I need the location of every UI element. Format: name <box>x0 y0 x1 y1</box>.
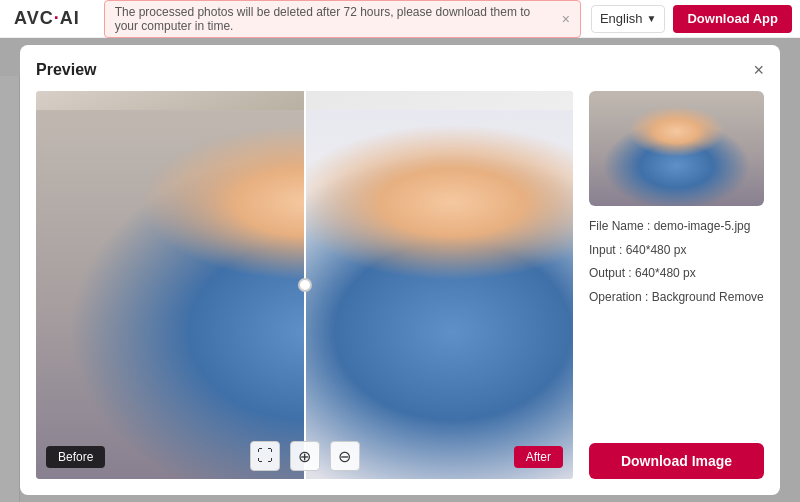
toolbar-icons: ⛶ ⊕ ⊖ <box>250 441 360 471</box>
language-selector[interactable]: English ▼ <box>591 5 666 33</box>
image-container <box>36 91 573 479</box>
download-app-button[interactable]: Download App <box>673 5 792 33</box>
woman-face-before <box>36 110 305 479</box>
fit-screen-icon: ⛶ <box>257 447 273 465</box>
image-preview-area: Before ⛶ ⊕ ⊖ After <box>36 91 573 479</box>
fit-screen-button[interactable]: ⛶ <box>250 441 280 471</box>
after-label: After <box>514 446 563 468</box>
woman-face-after <box>305 110 574 479</box>
after-image <box>305 91 574 479</box>
output-size-label: Output : 640*480 px <box>589 263 764 285</box>
chevron-down-icon: ▼ <box>647 13 657 24</box>
operation-label: Operation : Background Remove <box>589 287 764 309</box>
preview-toolbar: Before ⛶ ⊕ ⊖ After <box>36 435 573 479</box>
zoom-in-icon: ⊕ <box>298 447 311 466</box>
top-bar: AVC·AI The processed photos will be dele… <box>0 0 800 38</box>
right-panel: File Name : demo-image-5.jpg Input : 640… <box>589 91 764 479</box>
modal-header: Preview × <box>36 61 764 79</box>
modal-close-button[interactable]: × <box>753 61 764 79</box>
modal-overlay: Preview × <box>0 38 800 502</box>
download-image-button[interactable]: Download Image <box>589 443 764 479</box>
file-info: File Name : demo-image-5.jpg Input : 640… <box>589 216 764 310</box>
image-thumbnail <box>589 91 764 206</box>
split-handle[interactable] <box>298 278 312 292</box>
notification-close-icon[interactable]: × <box>562 11 570 27</box>
logo: AVC·AI <box>0 8 94 29</box>
modal-title: Preview <box>36 61 96 79</box>
zoom-out-icon: ⊖ <box>338 447 351 466</box>
zoom-in-button[interactable]: ⊕ <box>290 441 320 471</box>
input-size-label: Input : 640*480 px <box>589 240 764 262</box>
file-name-label: File Name : demo-image-5.jpg <box>589 216 764 238</box>
notification-text: The processed photos will be deleted aft… <box>115 5 554 33</box>
before-image <box>36 91 305 479</box>
preview-modal: Preview × <box>20 45 780 495</box>
language-label: English <box>600 11 643 26</box>
zoom-out-button[interactable]: ⊖ <box>330 441 360 471</box>
modal-body: Before ⛶ ⊕ ⊖ After <box>36 91 764 479</box>
thumbnail-image <box>589 91 764 206</box>
before-label: Before <box>46 446 105 468</box>
notification-bar: The processed photos will be deleted aft… <box>104 0 581 38</box>
